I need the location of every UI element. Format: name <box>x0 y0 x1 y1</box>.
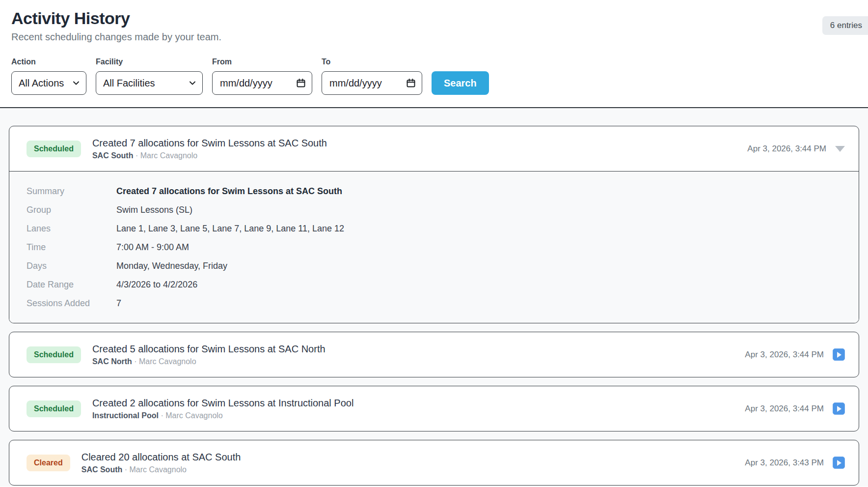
detail-label: Group <box>27 205 116 215</box>
expand-icon[interactable] <box>833 457 845 469</box>
detail-row: Time 7:00 AM - 9:00 AM <box>27 238 845 257</box>
detail-row: Date Range 4/3/2026 to 4/2/2026 <box>27 276 845 294</box>
to-date-label: To <box>322 57 422 66</box>
detail-label: Summary <box>27 186 116 197</box>
detail-value: 7 <box>116 298 121 309</box>
detail-row: Group Swim Lessons (SL) <box>27 201 845 220</box>
search-button[interactable]: Search <box>432 71 489 95</box>
detail-label: Lanes <box>27 224 116 234</box>
status-badge: Scheduled <box>27 141 81 157</box>
activity-title: Cleared 20 allocations at SAC South <box>81 452 734 463</box>
activity-meta: Instructional Pool · Marc Cavagnolo <box>92 411 733 420</box>
meta-separator: · <box>125 465 127 474</box>
detail-value: Monday, Wednesday, Friday <box>116 261 227 271</box>
activity-user: Marc Cavagnolo <box>139 357 196 366</box>
detail-label: Days <box>27 261 116 271</box>
detail-value: 4/3/2026 to 4/2/2026 <box>116 280 197 290</box>
activity-facility: SAC South <box>92 151 134 160</box>
activity-facility: Instructional Pool <box>92 411 159 420</box>
activity-timestamp: Apr 3, 2026, 3:43 PM <box>745 458 824 468</box>
activity-card-header: Scheduled Created 5 allocations for Swim… <box>9 332 859 377</box>
collapse-icon[interactable] <box>835 146 845 152</box>
detail-row: Summary Created 7 allocations for Swim L… <box>27 182 845 201</box>
status-badge: Scheduled <box>27 346 81 363</box>
expand-icon[interactable] <box>833 348 845 361</box>
detail-value: Swim Lessons (SL) <box>116 205 192 215</box>
page-subtitle: Recent scheduling changes made by your t… <box>11 31 868 43</box>
expand-icon[interactable] <box>833 402 845 415</box>
activity-card: Scheduled Created 2 allocations for Swim… <box>9 386 859 431</box>
activity-details: Summary Created 7 allocations for Swim L… <box>9 171 859 323</box>
action-filter-select[interactable]: All Actions <box>11 71 86 95</box>
activity-user: Marc Cavagnolo <box>140 151 198 160</box>
activity-card: Scheduled Created 5 allocations for Swim… <box>9 332 859 377</box>
detail-row: Days Monday, Wednesday, Friday <box>27 257 845 276</box>
activity-card-header: Cleared Cleared 20 allocations at SAC So… <box>9 440 859 485</box>
activity-title: Created 2 allocations for Swim Lessons a… <box>92 398 733 409</box>
activity-user: Marc Cavagnolo <box>165 411 223 420</box>
detail-label: Sessions Added <box>27 298 116 309</box>
action-filter-group: Action All Actions <box>11 57 86 95</box>
activity-facility: SAC South <box>81 465 123 474</box>
page-header: Activity History Recent scheduling chang… <box>0 0 868 108</box>
from-date-label: From <box>212 57 312 66</box>
activity-facility: SAC North <box>92 357 132 366</box>
detail-value: Created 7 allocations for Swim Lessons a… <box>116 186 342 197</box>
status-badge: Cleared <box>27 455 70 471</box>
facility-filter-group: Facility All Facilities <box>96 57 203 95</box>
to-date-group: To <box>322 57 422 95</box>
meta-separator: · <box>161 411 163 420</box>
action-filter-label: Action <box>11 57 86 66</box>
detail-label: Time <box>27 242 116 253</box>
entries-count-badge: 6 entries <box>822 16 868 35</box>
activity-card-expanded: Scheduled Created 7 allocations for Swim… <box>9 126 859 323</box>
facility-filter-select[interactable]: All Facilities <box>96 71 203 95</box>
activity-card-header: Scheduled Created 2 allocations for Swim… <box>9 386 859 431</box>
activity-meta: SAC South · Marc Cavagnolo <box>92 151 736 160</box>
detail-row: Lanes Lane 1, Lane 3, Lane 5, Lane 7, La… <box>27 220 845 238</box>
activity-meta: SAC South · Marc Cavagnolo <box>81 465 734 474</box>
activity-list: Scheduled Created 7 allocations for Swim… <box>0 108 868 487</box>
status-badge: Scheduled <box>27 401 81 417</box>
activity-timestamp: Apr 3, 2026, 3:44 PM <box>747 144 826 154</box>
facility-filter-label: Facility <box>96 57 203 66</box>
from-date-group: From <box>212 57 312 95</box>
activity-title: Created 5 allocations for Swim Lessons a… <box>92 344 733 355</box>
detail-label: Date Range <box>27 280 116 290</box>
page-title: Activity History <box>11 9 868 28</box>
activity-user: Marc Cavagnolo <box>129 465 187 474</box>
detail-value: 7:00 AM - 9:00 AM <box>116 242 189 253</box>
from-date-input[interactable] <box>212 71 312 95</box>
activity-timestamp: Apr 3, 2026, 3:44 PM <box>745 350 824 360</box>
detail-value: Lane 1, Lane 3, Lane 5, Lane 7, Lane 9, … <box>116 224 344 234</box>
activity-card-header: Scheduled Created 7 allocations for Swim… <box>9 126 859 171</box>
meta-separator: · <box>134 357 136 366</box>
activity-title: Created 7 allocations for Swim Lessons a… <box>92 138 736 149</box>
filter-bar: Action All Actions Facility All Faciliti… <box>11 57 868 107</box>
detail-row: Sessions Added 7 <box>27 294 845 313</box>
to-date-input[interactable] <box>322 71 422 95</box>
activity-card: Cleared Cleared 20 allocations at SAC So… <box>9 440 859 486</box>
activity-timestamp: Apr 3, 2026, 3:44 PM <box>745 404 824 414</box>
activity-meta: SAC North · Marc Cavagnolo <box>92 357 733 366</box>
meta-separator: · <box>136 151 138 160</box>
